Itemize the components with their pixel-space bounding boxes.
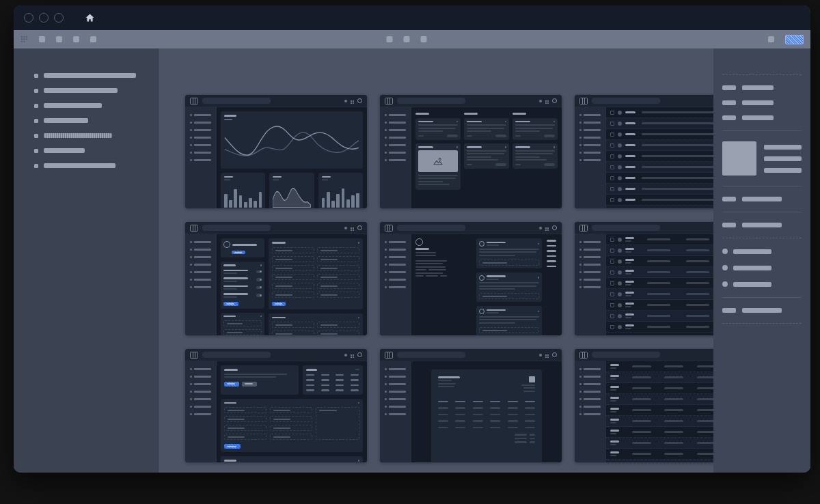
meta-row <box>722 308 802 313</box>
mini-nav-item <box>185 152 216 154</box>
skeleton-bar <box>479 282 539 283</box>
cell-stack <box>610 408 619 412</box>
toolbar-button-icon[interactable] <box>404 36 410 42</box>
sidebar-nav-item[interactable] <box>14 103 158 108</box>
kanban-column <box>415 111 461 204</box>
mini-nav-item <box>380 152 411 154</box>
avatar-icon <box>618 314 622 318</box>
meta-row <box>722 223 802 227</box>
skeleton-bar <box>455 414 465 416</box>
panel-footer <box>722 308 802 313</box>
settings-page-thumbnail[interactable] <box>185 222 367 335</box>
avatar-icon <box>618 281 622 285</box>
kanban-columns <box>415 111 558 204</box>
skeleton-bar <box>322 176 331 178</box>
invoice-document-thumbnail[interactable] <box>380 349 562 462</box>
sidebar-nav-item[interactable] <box>14 73 158 78</box>
sidebar-toggle-icon <box>579 225 588 232</box>
mini-top-bar <box>380 95 562 107</box>
input-field <box>272 247 314 253</box>
dot-grid-logo-icon[interactable] <box>20 36 28 43</box>
input-column <box>270 407 312 440</box>
secondary-button <box>242 382 257 387</box>
toggle-labels <box>223 293 248 298</box>
input-field <box>317 322 359 328</box>
toolbar-button-icon[interactable] <box>387 36 393 42</box>
mini-nav-item <box>575 279 605 281</box>
skeleton-bar <box>224 176 233 178</box>
window-control-icon[interactable] <box>39 13 49 23</box>
mini-sidebar <box>185 107 217 208</box>
dot-menu-icon <box>554 121 556 123</box>
avatar-icon <box>618 187 622 191</box>
toolbar-button-icon[interactable] <box>73 36 79 42</box>
sidebar-nav-item[interactable] <box>14 163 158 168</box>
skeleton-bar <box>467 156 491 158</box>
chart-panel <box>221 111 363 169</box>
activity-feed-thumbnail[interactable] <box>380 222 562 335</box>
skeleton-bar <box>355 369 359 370</box>
mini-nav-item <box>185 241 216 243</box>
profile-chip[interactable] <box>785 35 804 44</box>
input-field <box>224 425 266 431</box>
kanban-card <box>415 143 461 190</box>
home-icon[interactable] <box>85 14 94 22</box>
window-control-icon[interactable] <box>24 13 33 23</box>
cell-stack <box>625 281 634 285</box>
field-label-placeholder <box>722 100 736 105</box>
link-row[interactable] <box>722 281 802 287</box>
bullet-icon <box>579 391 582 393</box>
skeleton-bar <box>610 367 616 369</box>
window-control-icon[interactable] <box>54 13 64 23</box>
nav-placeholder <box>194 144 211 146</box>
checkbox-icon <box>610 187 614 191</box>
skeleton-bar <box>610 422 616 423</box>
paragraph-line <box>415 260 472 262</box>
skeleton-bar <box>223 293 248 295</box>
skeleton-bar <box>515 156 540 158</box>
toolbar-button-icon[interactable] <box>90 36 96 42</box>
bullet-icon <box>34 74 38 78</box>
form-card <box>269 313 363 336</box>
cell-stack <box>625 237 634 242</box>
mini-nav-item <box>575 286 605 288</box>
toolbar-button-icon[interactable] <box>39 36 45 42</box>
divider <box>722 238 802 238</box>
mini-nav-item <box>575 376 605 378</box>
skeleton-bar <box>610 430 619 432</box>
mini-nav-item <box>575 406 605 408</box>
skeleton-bar <box>521 384 535 386</box>
user-circle-icon <box>479 309 484 314</box>
nav-placeholder <box>194 264 211 266</box>
skeleton-bar <box>487 312 499 313</box>
kanban-board-thumbnail[interactable] <box>380 95 562 208</box>
mini-body <box>380 361 562 462</box>
toggle-labels <box>223 285 248 290</box>
mini-topbar-icons <box>539 98 557 103</box>
mini-nav-item <box>380 256 411 258</box>
skeleton-bar <box>415 272 443 274</box>
skeleton-bar <box>487 279 499 280</box>
link-row[interactable] <box>722 249 802 254</box>
sidebar-nav-item[interactable] <box>14 88 158 93</box>
link-row[interactable] <box>722 265 802 270</box>
form-page-thumbnail[interactable] <box>185 349 367 462</box>
mini-nav-item <box>380 368 411 370</box>
toolbar-button-icon[interactable] <box>56 36 62 42</box>
toolbar-button-icon[interactable] <box>421 36 427 42</box>
apps-grid-icon <box>351 354 352 356</box>
skeleton-bar <box>632 387 651 389</box>
bullet-icon <box>385 391 387 393</box>
skeleton-bar <box>428 269 446 270</box>
skeleton-bar <box>664 409 683 411</box>
toolbar-button-icon[interactable] <box>768 36 774 42</box>
nav-placeholder <box>194 129 211 131</box>
cell-stack <box>610 375 619 380</box>
skeleton-bar <box>664 442 683 444</box>
sidebar-nav-item[interactable] <box>14 133 158 138</box>
sidebar-nav-item[interactable] <box>14 148 158 153</box>
nav-placeholder <box>194 249 211 251</box>
sidebar-nav-item[interactable] <box>14 118 158 123</box>
analytics-dashboard-thumbnail[interactable] <box>185 95 367 208</box>
bullet-icon <box>385 114 387 116</box>
